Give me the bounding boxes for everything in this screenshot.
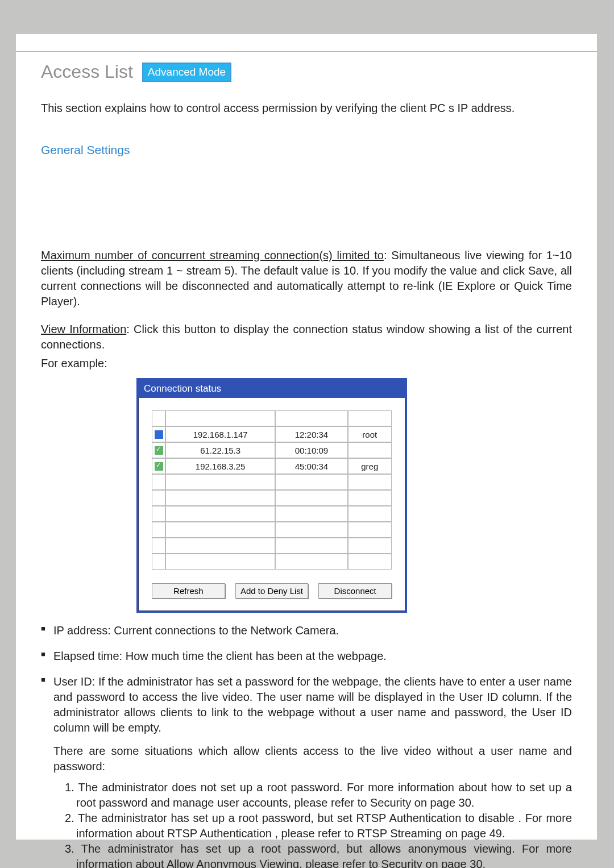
check-icon[interactable] xyxy=(155,462,163,471)
connection-status-table: 192.168.1.14712:20:34root 61.22.15.300:1… xyxy=(152,410,392,570)
bullet-elapsed-time: Elapsed time: How much time the client h… xyxy=(41,649,572,664)
table-header-row xyxy=(152,410,392,426)
connection-status-window: Connection status 192.168.1.14712:20:34r… xyxy=(136,378,407,613)
table-row[interactable] xyxy=(152,554,392,570)
bullet-user-id: User ID: If the administrator has set a … xyxy=(41,674,572,868)
page-title: Access List xyxy=(41,61,133,82)
numbered-item-3: 3. The administrator has set up a root p… xyxy=(53,841,572,868)
add-to-deny-list-button[interactable]: Add to Deny List xyxy=(235,583,309,599)
numbered-item-1: 1. The administrator does not set up a r… xyxy=(53,780,572,811)
view-information-paragraph: View Information: Click this button to d… xyxy=(41,322,572,352)
disconnect-button[interactable]: Disconnect xyxy=(318,583,392,599)
advanced-mode-badge: Advanced Mode xyxy=(142,63,231,82)
table-row[interactable]: 192.168.3.2545:00:34greg xyxy=(152,458,392,474)
horizontal-rule xyxy=(16,51,597,52)
check-icon[interactable] xyxy=(155,446,163,455)
table-row[interactable]: 61.22.15.300:10:09 xyxy=(152,442,392,458)
select-icon[interactable] xyxy=(155,430,163,439)
bullet-ip-address: IP address: Current connections to the N… xyxy=(41,623,572,638)
max-connections-paragraph: Maximum number of concurrent streaming c… xyxy=(41,248,572,309)
intro-text: This section explains how to control acc… xyxy=(41,101,572,116)
table-row[interactable] xyxy=(152,474,392,490)
general-settings-heading: General Settings xyxy=(41,143,572,157)
table-row[interactable] xyxy=(152,522,392,538)
connection-status-title: Connection status xyxy=(138,380,405,398)
refresh-button[interactable]: Refresh xyxy=(152,583,225,599)
numbered-item-2: 2. The administrator has set up a root p… xyxy=(53,811,572,841)
for-example-label: For example: xyxy=(41,356,572,371)
table-row[interactable] xyxy=(152,506,392,522)
table-row[interactable] xyxy=(152,490,392,506)
table-row[interactable] xyxy=(152,538,392,554)
table-row[interactable]: 192.168.1.14712:20:34root xyxy=(152,426,392,442)
